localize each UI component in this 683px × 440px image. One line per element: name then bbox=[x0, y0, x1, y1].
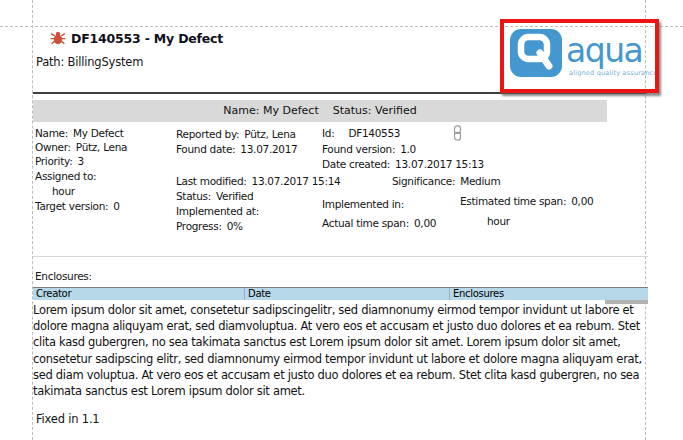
field-id: Id:DF140553 bbox=[322, 127, 400, 139]
field-found-date: Found date:13.07.2017 bbox=[176, 143, 297, 155]
description-text: Lorem ipsum dolor sit amet, consetetur s… bbox=[33, 302, 651, 399]
section-separator-line bbox=[33, 256, 648, 257]
field-implemented-at: Implemented at: bbox=[176, 205, 264, 217]
field-estimated-time-span: Estimated time span:0,00 bbox=[460, 195, 593, 207]
field-status: Status:Verified bbox=[176, 190, 253, 202]
field-reported-by: Reported by:Pütz, Lena bbox=[176, 128, 296, 140]
field-name: Name:My Defect bbox=[35, 127, 124, 139]
field-assigned-to: Assigned to: bbox=[35, 170, 101, 182]
field-progress: Progress:0% bbox=[176, 220, 243, 232]
field-assigned-to-unit: hour bbox=[52, 185, 75, 197]
link-chain-icon bbox=[453, 125, 462, 141]
page-title: DF140553 - My Defect bbox=[71, 31, 223, 46]
breadcrumb-path: Path: BillingSystem bbox=[36, 55, 143, 69]
summary-bar: Name: My DefectStatus: Verified bbox=[33, 100, 607, 122]
field-last-modified: Last modified:13.07.2017 15:14 bbox=[176, 175, 340, 187]
summary-status: Status: Verified bbox=[333, 104, 417, 117]
fixed-in-note: Fixed in 1.1 bbox=[36, 412, 99, 426]
column-header-enclosures: Enclosures bbox=[450, 288, 648, 300]
field-priority: Priority:3 bbox=[35, 155, 84, 167]
summary-name: Name: My Defect bbox=[223, 104, 318, 117]
field-target-version: Target version:0 bbox=[35, 200, 120, 212]
field-estimated-time-unit: hour bbox=[487, 215, 510, 227]
defect-bug-icon bbox=[50, 31, 66, 45]
field-date-created: Date created:13.07.2017 15:13 bbox=[322, 158, 484, 170]
column-header-creator: Creator bbox=[33, 288, 245, 300]
red-highlight-annotation bbox=[500, 19, 659, 93]
enclosures-table-header: Creator Date Enclosures bbox=[33, 287, 648, 300]
field-actual-time-span: Actual time span:0,00 bbox=[322, 217, 436, 229]
enclosures-label: Enclosures: bbox=[35, 270, 92, 282]
field-owner: Owner:Pütz, Lena bbox=[35, 141, 127, 153]
field-implemented-in: Implemented in: bbox=[322, 198, 409, 210]
field-significance: Significance:Medium bbox=[392, 175, 500, 187]
field-found-version: Found version:1.0 bbox=[322, 143, 416, 155]
column-header-date: Date bbox=[245, 288, 450, 300]
